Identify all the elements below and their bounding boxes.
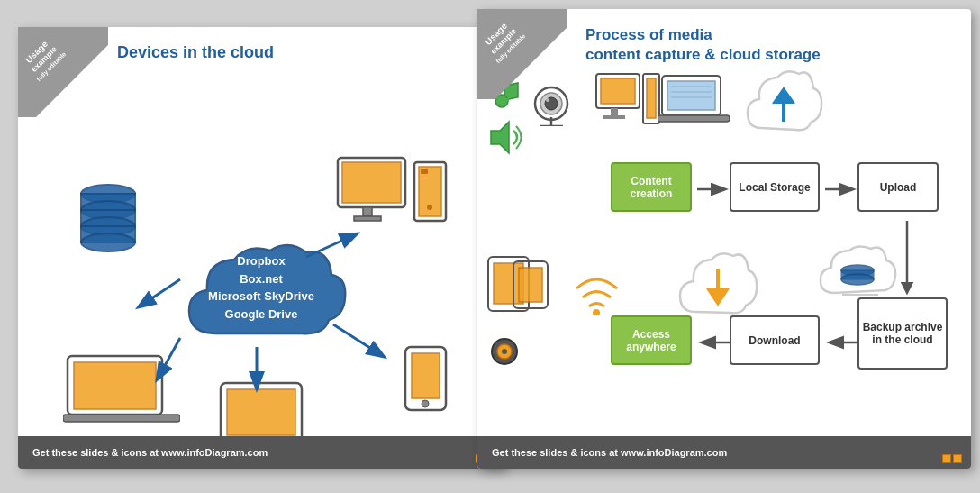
arrow-to-phone <box>324 315 396 370</box>
svg-rect-9 <box>363 207 372 216</box>
cloud-service-googledrive: Google Drive <box>176 306 347 324</box>
arrow-to-tablet <box>239 342 275 397</box>
left-slide-title: Devices in the cloud <box>117 43 274 62</box>
svg-point-53 <box>841 274 874 285</box>
access-anywhere-label: Accessanywhere <box>626 328 676 353</box>
svg-rect-10 <box>354 216 381 221</box>
right-slide: Usage example fully editable Process of … <box>477 9 971 469</box>
download-label: Download <box>749 334 800 347</box>
local-storage-label: Local Storage <box>739 181 810 194</box>
backup-archive-box: Backup archivein the cloud <box>858 297 948 370</box>
arrow-right-2 <box>823 180 859 202</box>
svg-rect-39 <box>667 81 715 110</box>
laptop-icon-right <box>658 74 730 132</box>
svg-rect-8 <box>342 162 401 203</box>
svg-rect-13 <box>421 169 428 174</box>
cloud-upload-icon <box>743 63 824 148</box>
local-storage-box: Local Storage <box>730 162 820 212</box>
tablet-row-icon <box>486 252 576 328</box>
arrow-vertical <box>898 216 916 301</box>
speaker-icon <box>486 117 527 161</box>
svg-rect-33 <box>601 78 635 104</box>
wifi-icon <box>572 257 622 319</box>
access-anywhere-box: Accessanywhere <box>611 315 692 365</box>
download-box: Download <box>730 315 820 365</box>
svg-rect-35 <box>603 115 625 119</box>
left-slide: Usage example fully editable Devices in … <box>18 27 504 469</box>
svg-point-57 <box>502 349 507 354</box>
phone-icon <box>401 342 450 418</box>
cloud-service-skydrive: Microsoft SkyDrive <box>176 288 347 306</box>
svg-rect-21 <box>412 353 440 398</box>
backup-archive-label: Backup archivein the cloud <box>863 321 943 346</box>
svg-marker-25 <box>491 122 509 153</box>
svg-point-6 <box>81 233 135 251</box>
svg-rect-43 <box>658 115 730 122</box>
computer-tower-icon <box>594 72 662 139</box>
content-creation-label: Contentcreation <box>631 175 673 200</box>
left-footer-text: Get these slides & icons at www.infoDiag… <box>32 447 268 458</box>
right-footer: Get these slides & icons at www.infoDiag… <box>477 436 971 469</box>
content-creation-box: Contentcreation <box>611 162 692 212</box>
upload-label: Upload <box>880 181 917 194</box>
arrow-to-laptop <box>144 333 198 388</box>
arrow-to-desktop <box>297 225 369 270</box>
arrow-to-db <box>126 270 189 315</box>
arrow-left-1 <box>695 333 731 355</box>
svg-rect-48 <box>519 268 542 302</box>
left-footer: Get these slides & icons at www.infoDiag… <box>18 436 504 469</box>
arrow-left-2 <box>823 333 859 355</box>
svg-rect-17 <box>63 415 180 422</box>
svg-point-49 <box>593 309 600 315</box>
svg-point-22 <box>422 400 429 407</box>
usage-banner-right: Usage example fully editable <box>477 9 567 99</box>
svg-rect-37 <box>647 78 656 118</box>
usage-banner-left: Usage example fully editable <box>18 27 108 117</box>
database-icon <box>72 176 144 260</box>
arrow-right-1 <box>695 180 731 202</box>
cloud-service-boxnet: Box.net <box>176 270 347 288</box>
svg-point-14 <box>427 205 432 210</box>
right-slide-title: Process of media content capture & cloud… <box>585 25 821 65</box>
upload-box: Upload <box>858 162 939 212</box>
corner-decoration-right <box>942 454 962 463</box>
right-footer-text: Get these slides & icons at www.infoDiag… <box>492 447 727 458</box>
svg-rect-34 <box>611 108 618 115</box>
audio-icon-bottom <box>486 333 522 373</box>
